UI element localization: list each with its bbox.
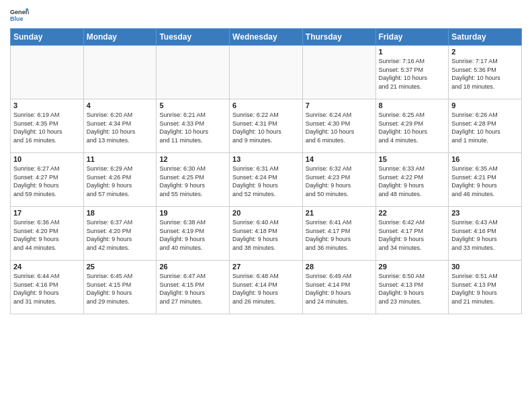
day-info: Sunrise: 6:35 AM Sunset: 4:21 PM Dayligh… xyxy=(451,165,519,198)
calendar-cell xyxy=(230,46,303,99)
calendar-cell xyxy=(157,46,230,99)
day-number: 28 xyxy=(306,263,373,271)
day-number: 1 xyxy=(379,48,446,56)
calendar-cell: 19Sunrise: 6:38 AM Sunset: 4:19 PM Dayli… xyxy=(157,207,230,261)
day-number: 13 xyxy=(232,155,300,163)
day-info: Sunrise: 6:43 AM Sunset: 4:16 PM Dayligh… xyxy=(451,218,519,252)
header: General Blue xyxy=(10,7,522,26)
day-info: Sunrise: 6:48 AM Sunset: 4:14 PM Dayligh… xyxy=(232,272,300,306)
day-number: 17 xyxy=(13,209,81,217)
calendar-week-1: 1Sunrise: 7:16 AM Sunset: 5:37 PM Daylig… xyxy=(11,46,522,99)
calendar-week-3: 10Sunrise: 6:27 AM Sunset: 4:27 PM Dayli… xyxy=(11,153,522,207)
calendar-cell: 5Sunrise: 6:21 AM Sunset: 4:33 PM Daylig… xyxy=(157,99,230,153)
calendar-cell: 1Sunrise: 7:16 AM Sunset: 5:37 PM Daylig… xyxy=(375,46,449,99)
day-number: 26 xyxy=(159,263,226,271)
day-number: 2 xyxy=(451,48,519,56)
calendar-cell: 29Sunrise: 6:50 AM Sunset: 4:13 PM Dayli… xyxy=(375,261,449,314)
calendar-cell: 6Sunrise: 6:22 AM Sunset: 4:31 PM Daylig… xyxy=(230,99,303,153)
calendar-cell: 7Sunrise: 6:24 AM Sunset: 4:30 PM Daylig… xyxy=(302,99,375,153)
calendar-cell: 14Sunrise: 6:32 AM Sunset: 4:23 PM Dayli… xyxy=(302,153,375,207)
day-info: Sunrise: 6:21 AM Sunset: 4:33 PM Dayligh… xyxy=(159,111,226,144)
weekday-header-saturday: Saturday xyxy=(449,29,522,46)
day-number: 8 xyxy=(379,101,446,109)
day-number: 16 xyxy=(451,155,519,163)
day-number: 30 xyxy=(451,263,519,271)
calendar-cell: 28Sunrise: 6:49 AM Sunset: 4:14 PM Dayli… xyxy=(302,261,375,314)
day-number: 23 xyxy=(451,209,519,217)
calendar-table: SundayMondayTuesdayWednesdayThursdayFrid… xyxy=(10,28,522,314)
day-number: 20 xyxy=(232,209,300,217)
calendar-week-2: 3Sunrise: 6:19 AM Sunset: 4:35 PM Daylig… xyxy=(11,99,522,153)
page-container: General Blue SundayMondayTuesdayWednesda… xyxy=(0,0,532,318)
day-number: 21 xyxy=(306,209,373,217)
calendar-cell: 16Sunrise: 6:35 AM Sunset: 4:21 PM Dayli… xyxy=(449,153,522,207)
calendar-cell: 12Sunrise: 6:30 AM Sunset: 4:25 PM Dayli… xyxy=(157,153,230,207)
day-number: 25 xyxy=(87,263,154,271)
day-info: Sunrise: 6:44 AM Sunset: 4:16 PM Dayligh… xyxy=(13,272,81,306)
day-info: Sunrise: 6:19 AM Sunset: 4:35 PM Dayligh… xyxy=(13,111,81,144)
calendar-cell: 20Sunrise: 6:40 AM Sunset: 4:18 PM Dayli… xyxy=(230,207,303,261)
calendar-cell: 11Sunrise: 6:29 AM Sunset: 4:26 PM Dayli… xyxy=(83,153,157,207)
day-info: Sunrise: 6:33 AM Sunset: 4:22 PM Dayligh… xyxy=(379,165,446,198)
day-number: 5 xyxy=(159,101,226,109)
day-number: 15 xyxy=(379,155,446,163)
day-info: Sunrise: 6:37 AM Sunset: 4:20 PM Dayligh… xyxy=(87,218,154,252)
day-info: Sunrise: 6:30 AM Sunset: 4:25 PM Dayligh… xyxy=(159,165,226,198)
day-number: 29 xyxy=(379,263,446,271)
day-number: 22 xyxy=(379,209,446,217)
weekday-header-tuesday: Tuesday xyxy=(157,29,230,46)
day-number: 7 xyxy=(306,101,373,109)
day-info: Sunrise: 6:41 AM Sunset: 4:17 PM Dayligh… xyxy=(306,218,373,252)
day-info: Sunrise: 6:38 AM Sunset: 4:19 PM Dayligh… xyxy=(159,218,226,252)
day-info: Sunrise: 6:22 AM Sunset: 4:31 PM Dayligh… xyxy=(232,111,300,144)
calendar-cell: 30Sunrise: 6:51 AM Sunset: 4:13 PM Dayli… xyxy=(449,261,522,314)
calendar-cell xyxy=(302,46,375,99)
day-number: 18 xyxy=(87,209,154,217)
day-info: Sunrise: 6:40 AM Sunset: 4:18 PM Dayligh… xyxy=(232,218,300,252)
calendar-cell: 23Sunrise: 6:43 AM Sunset: 4:16 PM Dayli… xyxy=(449,207,522,261)
day-info: Sunrise: 6:50 AM Sunset: 4:13 PM Dayligh… xyxy=(379,272,446,306)
day-info: Sunrise: 6:31 AM Sunset: 4:24 PM Dayligh… xyxy=(232,165,300,198)
calendar-cell: 21Sunrise: 6:41 AM Sunset: 4:17 PM Dayli… xyxy=(302,207,375,261)
day-info: Sunrise: 7:17 AM Sunset: 5:36 PM Dayligh… xyxy=(451,57,519,91)
day-number: 6 xyxy=(232,101,300,109)
calendar-cell: 18Sunrise: 6:37 AM Sunset: 4:20 PM Dayli… xyxy=(83,207,157,261)
day-info: Sunrise: 6:24 AM Sunset: 4:30 PM Dayligh… xyxy=(306,111,373,144)
logo-icon: General Blue xyxy=(10,7,29,26)
logo: General Blue xyxy=(10,7,29,26)
calendar-cell: 13Sunrise: 6:31 AM Sunset: 4:24 PM Dayli… xyxy=(230,153,303,207)
day-info: Sunrise: 6:20 AM Sunset: 4:34 PM Dayligh… xyxy=(87,111,154,144)
calendar-cell: 25Sunrise: 6:45 AM Sunset: 4:15 PM Dayli… xyxy=(83,261,157,314)
calendar-cell: 2Sunrise: 7:17 AM Sunset: 5:36 PM Daylig… xyxy=(449,46,522,99)
calendar-cell: 4Sunrise: 6:20 AM Sunset: 4:34 PM Daylig… xyxy=(83,99,157,153)
day-info: Sunrise: 6:26 AM Sunset: 4:28 PM Dayligh… xyxy=(451,111,519,144)
calendar-cell: 26Sunrise: 6:47 AM Sunset: 4:15 PM Dayli… xyxy=(157,261,230,314)
weekday-header-wednesday: Wednesday xyxy=(230,29,303,46)
weekday-header-row: SundayMondayTuesdayWednesdayThursdayFrid… xyxy=(11,29,522,46)
calendar-cell: 10Sunrise: 6:27 AM Sunset: 4:27 PM Dayli… xyxy=(11,153,84,207)
calendar-cell: 8Sunrise: 6:25 AM Sunset: 4:29 PM Daylig… xyxy=(375,99,449,153)
calendar-cell xyxy=(83,46,157,99)
day-info: Sunrise: 6:45 AM Sunset: 4:15 PM Dayligh… xyxy=(87,272,154,306)
day-info: Sunrise: 6:29 AM Sunset: 4:26 PM Dayligh… xyxy=(87,165,154,198)
day-number: 11 xyxy=(87,155,154,163)
calendar-cell: 17Sunrise: 6:36 AM Sunset: 4:20 PM Dayli… xyxy=(11,207,84,261)
day-number: 14 xyxy=(306,155,373,163)
weekday-header-thursday: Thursday xyxy=(302,29,375,46)
weekday-header-friday: Friday xyxy=(375,29,449,46)
calendar-cell: 9Sunrise: 6:26 AM Sunset: 4:28 PM Daylig… xyxy=(449,99,522,153)
calendar-cell: 27Sunrise: 6:48 AM Sunset: 4:14 PM Dayli… xyxy=(230,261,303,314)
weekday-header-monday: Monday xyxy=(83,29,157,46)
day-info: Sunrise: 6:51 AM Sunset: 4:13 PM Dayligh… xyxy=(451,272,519,306)
day-info: Sunrise: 6:25 AM Sunset: 4:29 PM Dayligh… xyxy=(379,111,446,144)
calendar-cell: 15Sunrise: 6:33 AM Sunset: 4:22 PM Dayli… xyxy=(375,153,449,207)
day-info: Sunrise: 6:27 AM Sunset: 4:27 PM Dayligh… xyxy=(13,165,81,198)
day-number: 24 xyxy=(13,263,81,271)
day-info: Sunrise: 7:16 AM Sunset: 5:37 PM Dayligh… xyxy=(379,57,446,91)
day-info: Sunrise: 6:32 AM Sunset: 4:23 PM Dayligh… xyxy=(306,165,373,198)
day-number: 3 xyxy=(13,101,81,109)
day-info: Sunrise: 6:49 AM Sunset: 4:14 PM Dayligh… xyxy=(306,272,373,306)
calendar-cell: 24Sunrise: 6:44 AM Sunset: 4:16 PM Dayli… xyxy=(11,261,84,314)
day-number: 10 xyxy=(13,155,81,163)
day-info: Sunrise: 6:36 AM Sunset: 4:20 PM Dayligh… xyxy=(13,218,81,252)
